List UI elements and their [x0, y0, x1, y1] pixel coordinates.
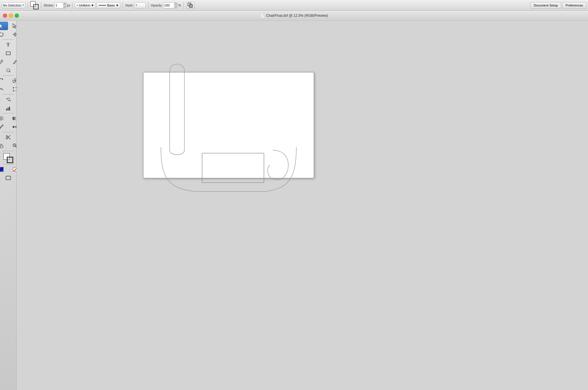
- tool-row-graph: [1, 104, 15, 112]
- opacity-down-btn[interactable]: ▼: [174, 5, 177, 8]
- rotate-tool-btn[interactable]: [0, 77, 8, 85]
- basic-line-preview: [99, 5, 106, 6]
- stroke-up-btn[interactable]: ▲: [63, 2, 66, 5]
- graph-tool-btn[interactable]: [1, 104, 15, 112]
- svg-point-10: [1, 60, 2, 61]
- rect-tool-btn[interactable]: [1, 49, 15, 57]
- main-toolbar: No Selection ▼ Stroke: ▲ ▼ pt Uniform ▼: [0, 0, 588, 11]
- opacity-value-input[interactable]: [163, 3, 174, 8]
- style-dropdown[interactable]: ▼: [134, 2, 146, 8]
- left-toolbar: T: [0, 21, 16, 390]
- toolbar-sep-1: [28, 2, 28, 9]
- no-selection-label: No Selection: [3, 4, 21, 7]
- selection-tool-icon: [0, 23, 4, 29]
- titlebar: 📄 ChairFinal.dxf @ 12.5% (RGB/Preview): [0, 11, 588, 21]
- opacity-label: Opacity:: [151, 4, 163, 7]
- maximize-button[interactable]: [15, 14, 19, 18]
- scissors-tool-btn[interactable]: [1, 133, 15, 141]
- close-button[interactable]: [3, 14, 7, 18]
- tool-divider-7: [2, 164, 14, 164]
- svg-point-24: [8, 100, 9, 101]
- stroke-group: Stroke: ▲ ▼ pt: [44, 2, 70, 8]
- document-setup-button[interactable]: Document Setup: [531, 2, 561, 9]
- style-arrow: ▼: [135, 4, 138, 6]
- svg-point-23: [9, 98, 9, 99]
- style-label: Style:: [125, 4, 133, 7]
- tool-row-scissors: [1, 133, 15, 141]
- selection-tool-btn[interactable]: [0, 22, 8, 30]
- uniform-dropdown[interactable]: Uniform ▼: [75, 2, 95, 8]
- svg-point-8: [14, 34, 16, 35]
- pen-tool-icon: [0, 59, 4, 65]
- hand-tool-btn[interactable]: [0, 142, 8, 150]
- symbol-sprayer-btn[interactable]: [1, 95, 15, 104]
- uniform-arrow: ▼: [91, 4, 94, 7]
- dropdown-arrow: ▼: [22, 4, 24, 6]
- toolbar-sep-6: [184, 2, 184, 9]
- stroke-spinners[interactable]: ▲ ▼: [63, 2, 66, 8]
- tool-row-brush: [1, 66, 15, 75]
- svg-marker-13: [2, 78, 3, 80]
- lasso-tool-btn[interactable]: [0, 30, 8, 39]
- stroke-color-box[interactable]: [7, 157, 13, 163]
- opacity-input-group[interactable]: ▲ ▼: [163, 2, 178, 8]
- warp-tool-btn[interactable]: [0, 85, 8, 93]
- canvas-area[interactable]: [16, 21, 588, 390]
- screen-mode-icon: [5, 175, 11, 181]
- tool-row-shape: [1, 49, 15, 57]
- mesh-tool-btn[interactable]: [0, 114, 8, 123]
- tool-divider-3: [2, 94, 14, 95]
- rotate-tool-icon: [0, 78, 4, 84]
- stroke-down-btn[interactable]: ▼: [63, 5, 66, 8]
- stroke-swatch-small[interactable]: [33, 4, 39, 9]
- opacity-up-btn[interactable]: ▲: [174, 2, 177, 5]
- scissors-tool-icon: [5, 134, 11, 140]
- lasso-tool-icon: [0, 32, 4, 37]
- fill-stroke-boxes[interactable]: [3, 153, 13, 163]
- tool-row-type: T: [1, 41, 15, 49]
- screen-mode-btn[interactable]: [1, 174, 15, 182]
- mesh-tool-icon: [0, 115, 4, 121]
- hand-tool-icon: [0, 143, 4, 149]
- preferences-button[interactable]: Preferences: [562, 2, 586, 9]
- fill-color-swatch-area[interactable]: [30, 1, 39, 9]
- svg-rect-14: [13, 80, 15, 82]
- toolbar-sep-3: [72, 2, 72, 9]
- tool-divider-4: [2, 113, 14, 113]
- opacity-group: Opacity: ▲ ▼ %: [151, 2, 181, 8]
- type-tool-btn[interactable]: T: [1, 41, 15, 49]
- color-mode-btn[interactable]: [0, 165, 8, 173]
- selection-dropdown[interactable]: No Selection ▼: [2, 2, 25, 8]
- toolbar-sep-4: [123, 2, 123, 9]
- traffic-lights[interactable]: [3, 14, 19, 18]
- pen-tool-btn[interactable]: [0, 58, 8, 66]
- tool-row-screenmode: [1, 174, 15, 182]
- svg-rect-18: [13, 87, 14, 88]
- stroke-value-input[interactable]: [55, 3, 63, 8]
- eyedropper-tool-btn[interactable]: [0, 123, 8, 131]
- opacity-unit: %: [178, 4, 181, 7]
- svg-rect-26: [8, 108, 9, 110]
- basic-dropdown[interactable]: Basic ▼: [97, 2, 120, 8]
- svg-point-16: [1, 88, 2, 89]
- style-group: Style: ▼: [125, 2, 146, 8]
- opacity-spinners[interactable]: ▲ ▼: [174, 2, 177, 8]
- tool-divider-6: [2, 151, 14, 151]
- warp-tool-icon: [0, 86, 4, 92]
- minimize-button[interactable]: [9, 14, 13, 18]
- svg-point-33: [13, 126, 14, 128]
- basic-arrow: ▼: [115, 4, 119, 7]
- arrange-icon: [188, 3, 193, 8]
- svg-rect-1: [189, 4, 192, 7]
- graph-tool-icon: [5, 105, 11, 111]
- basic-label: Basic: [107, 4, 115, 7]
- blob-brush-btn[interactable]: [1, 66, 15, 75]
- svg-line-12: [9, 71, 10, 72]
- uniform-label: Uniform: [79, 4, 90, 7]
- stroke-unit: pt: [67, 4, 70, 7]
- stroke-input-group[interactable]: ▲ ▼: [54, 2, 67, 8]
- window-title-area: 📄 ChairFinal.dxf @ 12.5% (RGB/Preview): [260, 13, 328, 18]
- arrange-icon-btn[interactable]: [186, 2, 194, 9]
- chair-drawing: [143, 56, 320, 209]
- type-tool-icon: T: [6, 42, 10, 47]
